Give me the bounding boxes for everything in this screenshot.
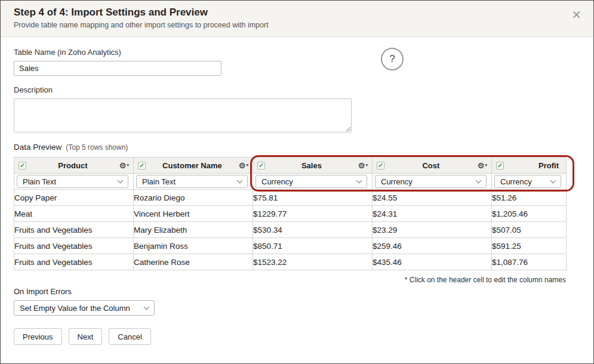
- table-cell: $435.46: [373, 254, 492, 270]
- table-cell: $1,087.76: [492, 254, 567, 270]
- column-name: Sales: [269, 161, 355, 170]
- on-import-errors-select[interactable]: Set Empty Value for the Column: [14, 300, 155, 316]
- data-preview-note: (Top 5 rows shown): [66, 143, 128, 152]
- chevron-down-icon: [356, 178, 362, 184]
- chevron-down-icon: [144, 304, 150, 310]
- table-cell: Rozario Diego: [134, 190, 253, 206]
- column-type-select-sales[interactable]: Currency: [256, 175, 367, 188]
- column-type-value: Plain Text: [142, 177, 176, 186]
- table-cell: $1229.77: [253, 206, 373, 222]
- column-settings-gear-icon[interactable]: ⚙▾: [119, 161, 129, 170]
- chevron-down-icon: [237, 178, 243, 184]
- column-header-profit[interactable]: ✓Profit: [492, 158, 567, 174]
- column-header-sales[interactable]: ✓Sales⚙▾: [253, 158, 373, 174]
- column-checkbox[interactable]: ✓: [19, 162, 26, 169]
- column-type-select-customer-name[interactable]: Plain Text: [136, 175, 248, 188]
- table-row: Fruits and VegetablesMary Elizabeth$530.…: [14, 222, 567, 238]
- column-header-product[interactable]: ✓Product⚙▾: [14, 158, 134, 174]
- table-cell: Fruits and Vegetables: [14, 254, 134, 270]
- chevron-down-icon: [476, 178, 482, 184]
- table-cell: $23.29: [373, 222, 492, 238]
- column-header-row: ✓Product⚙▾✓Customer Name⚙▾✓Sales⚙▾✓Cost⚙…: [14, 158, 567, 174]
- table-cell: $507.05: [492, 222, 567, 238]
- column-type-row: Plain TextPlain TextCurrencyCurrencyCurr…: [14, 174, 567, 190]
- column-header-cost[interactable]: ✓Cost⚙▾: [373, 158, 492, 174]
- table-cell: $850.71: [253, 238, 373, 254]
- column-type-cell: Plain Text: [14, 174, 134, 190]
- column-type-cell: Plain Text: [134, 174, 253, 190]
- table-row: Fruits and VegetablesBenjamin Ross$850.7…: [14, 238, 567, 254]
- dialog-subtitle: Provide table name mapping and other imp…: [14, 21, 580, 29]
- column-type-select-profit[interactable]: Currency: [494, 175, 561, 188]
- column-type-value: Currency: [500, 177, 532, 186]
- column-checkbox[interactable]: ✓: [138, 162, 146, 169]
- chevron-down-icon: [118, 178, 124, 184]
- column-type-cell: Currency: [492, 174, 567, 190]
- help-icon[interactable]: ?: [381, 48, 404, 70]
- column-type-value: Currency: [261, 177, 293, 186]
- on-import-errors-selected-value: Set Empty Value for the Column: [20, 304, 130, 313]
- column-checkbox[interactable]: ✓: [257, 162, 265, 169]
- column-name: Customer Name: [149, 161, 235, 170]
- dialog-actions: Previous Next Cancel: [14, 328, 580, 345]
- table-cell: Copy Paper: [14, 190, 134, 206]
- table-row: Copy PaperRozario Diego$75.81$24.55$51.2…: [14, 190, 567, 206]
- column-settings-gear-icon[interactable]: ⚙▾: [358, 161, 368, 170]
- table-cell: $75.81: [253, 190, 373, 206]
- column-settings-gear-icon[interactable]: ⚙▾: [478, 161, 487, 170]
- dialog-body: Table Name (in Zoho Analytics) ? Descrip…: [1, 37, 593, 345]
- table-cell: $1523.22: [253, 254, 373, 270]
- column-settings-gear-icon[interactable]: ⚙▾: [239, 161, 248, 170]
- preview-table: ✓Product⚙▾✓Customer Name⚙▾✓Sales⚙▾✓Cost⚙…: [14, 157, 567, 270]
- column-checkbox[interactable]: ✓: [496, 162, 504, 169]
- table-cell: Mary Elizabeth: [134, 222, 253, 238]
- column-type-select-cost[interactable]: Currency: [375, 175, 487, 188]
- preview-table-wrap: ✓Product⚙▾✓Customer Name⚙▾✓Sales⚙▾✓Cost⚙…: [14, 157, 566, 270]
- table-cell: $1,205.46: [492, 206, 567, 222]
- table-cell: Meat: [14, 206, 134, 222]
- dialog-header: Step 4 of 4: Import Settings and Preview…: [1, 1, 593, 37]
- table-cell: $24.31: [373, 206, 492, 222]
- column-name: Profit: [507, 161, 562, 170]
- next-button[interactable]: Next: [69, 328, 103, 345]
- import-wizard-dialog: Step 4 of 4: Import Settings and Preview…: [0, 0, 594, 364]
- column-header-customer-name[interactable]: ✓Customer Name⚙▾: [134, 158, 253, 174]
- table-cell: Catherine Rose: [134, 254, 253, 270]
- dialog-title: Step 4 of 4: Import Settings and Preview: [14, 7, 580, 18]
- chevron-down-icon: [550, 178, 556, 184]
- table-name-label: Table Name (in Zoho Analytics): [14, 48, 580, 57]
- table-cell: $591.25: [492, 238, 567, 254]
- data-preview-label: Data Preview: [14, 143, 61, 152]
- table-row: MeatVincent Herbert$1229.77$24.31$1,205.…: [14, 206, 567, 222]
- table-row: Fruits and VegetablesCatherine Rose$1523…: [14, 254, 567, 270]
- column-type-select-product[interactable]: Plain Text: [17, 175, 128, 188]
- table-cell: Vincent Herbert: [134, 206, 253, 222]
- header-edit-hint: * Click on the header cell to edit the c…: [14, 276, 566, 284]
- close-icon[interactable]: ✕: [571, 9, 581, 21]
- column-type-value: Currency: [381, 177, 413, 186]
- table-cell: Fruits and Vegetables: [14, 238, 134, 254]
- table-name-input[interactable]: [14, 61, 221, 76]
- description-label: Description: [14, 85, 580, 94]
- column-type-value: Plain Text: [23, 177, 56, 186]
- description-input[interactable]: [14, 98, 352, 132]
- column-name: Product: [30, 161, 116, 170]
- table-cell: $24.55: [373, 190, 492, 206]
- table-cell: Fruits and Vegetables: [14, 222, 134, 238]
- previous-button[interactable]: Previous: [14, 328, 62, 345]
- column-name: Cost: [388, 161, 474, 170]
- table-cell: $51.26: [492, 190, 567, 206]
- column-type-cell: Currency: [373, 174, 492, 190]
- table-cell: $530.34: [253, 222, 373, 238]
- cancel-button[interactable]: Cancel: [109, 328, 150, 345]
- table-cell: Benjamin Ross: [134, 238, 253, 254]
- on-import-errors-label: On Import Errors: [14, 287, 580, 296]
- table-cell: $259.46: [373, 238, 492, 254]
- column-checkbox[interactable]: ✓: [377, 162, 384, 169]
- data-preview-heading: Data Preview (Top 5 rows shown): [14, 143, 580, 152]
- column-type-cell: Currency: [253, 174, 373, 190]
